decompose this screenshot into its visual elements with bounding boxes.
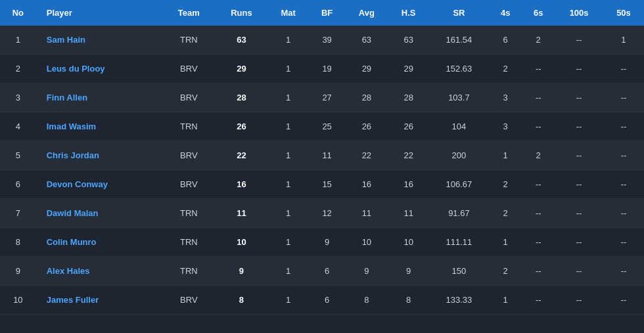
col-header-avg: Avg <box>345 0 388 26</box>
cell-fifties: -- <box>603 83 644 112</box>
cell-runs: 10 <box>216 228 268 257</box>
cell-bf: 11 <box>309 141 345 170</box>
cell-no: 1 <box>0 26 36 55</box>
cell-fifties: -- <box>603 228 644 257</box>
cell-runs: 63 <box>216 26 268 55</box>
cell-fifties: -- <box>603 55 644 83</box>
col-header-mat: Mat <box>267 0 309 26</box>
cell-hundreds: -- <box>555 83 603 112</box>
cell-fifties: 1 <box>603 26 644 55</box>
cell-avg: 10 <box>345 228 388 257</box>
cell-mat: 1 <box>267 141 309 170</box>
col-header-no: No <box>0 0 36 26</box>
cell-sixes: -- <box>522 286 555 315</box>
cell-avg: 28 <box>345 83 388 112</box>
cell-no: 9 <box>0 257 36 286</box>
cell-hs: 10 <box>388 228 429 257</box>
player-link[interactable]: Colin Munro <box>47 237 97 247</box>
cell-bf: 9 <box>309 228 345 257</box>
player-link[interactable]: Sam Hain <box>47 35 85 45</box>
player-link[interactable]: Alex Hales <box>47 266 90 276</box>
col-header-bf: BF <box>309 0 345 26</box>
cell-bf: 12 <box>309 199 345 228</box>
cell-hs: 9 <box>388 257 429 286</box>
cell-sixes: -- <box>522 170 555 199</box>
cell-team: BRV <box>162 286 215 315</box>
col-header-6s: 6s <box>522 0 555 26</box>
cell-hundreds: -- <box>555 257 603 286</box>
cell-mat: 1 <box>267 228 309 257</box>
cell-fifties: -- <box>603 286 644 315</box>
cell-bf: 39 <box>309 26 345 55</box>
cell-hundreds: -- <box>555 286 603 315</box>
col-header-player: Player <box>36 0 162 26</box>
cell-hs: 11 <box>388 199 429 228</box>
cell-runs: 22 <box>216 141 268 170</box>
cell-mat: 1 <box>267 199 309 228</box>
cell-hundreds: -- <box>555 26 603 55</box>
cell-hs: 29 <box>388 55 429 83</box>
cell-fours: 1 <box>489 228 522 257</box>
cell-mat: 1 <box>267 26 309 55</box>
cell-player: Chris Jordan <box>36 141 162 170</box>
player-link[interactable]: Imad Wasim <box>47 122 96 131</box>
cell-avg: 26 <box>345 112 388 141</box>
cell-runs: 16 <box>216 170 268 199</box>
player-link[interactable]: Finn Allen <box>47 93 87 102</box>
cell-hundreds: -- <box>555 112 603 141</box>
table-row: 3Finn AllenBRV281272828103.73------ <box>0 83 644 112</box>
cell-player: Sam Hain <box>36 26 162 55</box>
cell-player: Leus du Plooy <box>36 55 162 83</box>
cell-hundreds: -- <box>555 141 603 170</box>
cell-fifties: -- <box>603 170 644 199</box>
cell-fours: 3 <box>489 112 522 141</box>
cell-mat: 1 <box>267 257 309 286</box>
cell-runs: 28 <box>216 83 268 112</box>
cell-no: 7 <box>0 199 36 228</box>
player-link[interactable]: Leus du Plooy <box>47 64 105 74</box>
cell-mat: 1 <box>267 170 309 199</box>
cell-avg: 16 <box>345 170 388 199</box>
cell-sr: 106.67 <box>429 170 490 199</box>
player-link[interactable]: Chris Jordan <box>47 150 99 160</box>
table-row: 10James FullerBRV81688133.331------ <box>0 286 644 315</box>
cell-sixes: -- <box>522 199 555 228</box>
player-link[interactable]: Devon Conway <box>47 179 108 189</box>
cell-sr: 150 <box>429 257 490 286</box>
cell-team: BRV <box>162 141 215 170</box>
table-row: 2Leus du PlooyBRV291192929152.632------ <box>0 55 644 83</box>
cell-sr: 104 <box>429 112 490 141</box>
cell-hundreds: -- <box>555 228 603 257</box>
cell-fours: 2 <box>489 55 522 83</box>
cell-mat: 1 <box>267 55 309 83</box>
cell-avg: 11 <box>345 199 388 228</box>
cell-avg: 9 <box>345 257 388 286</box>
table-row: 1Sam HainTRN631396363161.5462--1 <box>0 26 644 55</box>
cell-avg: 22 <box>345 141 388 170</box>
cell-no: 10 <box>0 286 36 315</box>
cell-fours: 2 <box>489 170 522 199</box>
cell-player: Imad Wasim <box>36 112 162 141</box>
cell-bf: 6 <box>309 286 345 315</box>
cell-runs: 26 <box>216 112 268 141</box>
cell-no: 8 <box>0 228 36 257</box>
cell-sr: 161.54 <box>429 26 490 55</box>
cell-player: Finn Allen <box>36 83 162 112</box>
table-row: 8Colin MunroTRN10191010111.111------ <box>0 228 644 257</box>
cell-fours: 3 <box>489 83 522 112</box>
col-header-hs: H.S <box>388 0 429 26</box>
col-header-sr: SR <box>429 0 490 26</box>
cell-sixes: -- <box>522 257 555 286</box>
col-header-runs: Runs <box>216 0 268 26</box>
cell-sr: 103.7 <box>429 83 490 112</box>
cell-hs: 22 <box>388 141 429 170</box>
cell-bf: 6 <box>309 257 345 286</box>
player-link[interactable]: James Fuller <box>47 295 99 305</box>
cell-fours: 2 <box>489 257 522 286</box>
cell-avg: 63 <box>345 26 388 55</box>
cell-hs: 63 <box>388 26 429 55</box>
player-link[interactable]: Dawid Malan <box>47 208 99 218</box>
cell-fifties: -- <box>603 257 644 286</box>
cell-sr: 111.11 <box>429 228 490 257</box>
cell-mat: 1 <box>267 286 309 315</box>
